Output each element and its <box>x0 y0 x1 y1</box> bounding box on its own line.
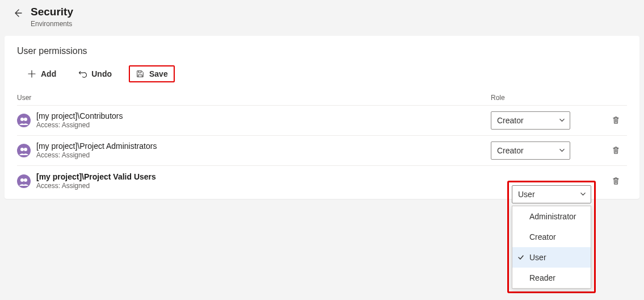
role-dropdown-open-highlight: User Administrator Creator User Reader <box>507 181 596 293</box>
delete-button[interactable] <box>604 177 627 185</box>
undo-button[interactable]: Undo <box>75 68 114 80</box>
role-dropdown[interactable]: Creator <box>491 111 570 130</box>
column-header-user: User <box>17 94 491 102</box>
page-title: Security <box>31 6 73 19</box>
column-header-role: Role <box>491 94 604 102</box>
svg-point-5 <box>24 148 27 151</box>
list-header: User Role <box>17 90 627 105</box>
chevron-down-icon <box>558 117 565 124</box>
svg-point-1 <box>20 118 24 121</box>
svg-point-3 <box>17 144 31 157</box>
role-value: User <box>518 190 535 199</box>
trash-icon <box>612 177 620 185</box>
chevron-down-icon <box>579 191 586 198</box>
role-value: Creator <box>497 146 524 155</box>
permissions-panel: User permissions Add Undo Save <box>5 36 639 199</box>
chevron-down-icon <box>558 147 565 154</box>
row-access: Access: Assigned <box>36 151 491 159</box>
page-header: Security Environments <box>0 0 644 32</box>
role-option-administrator[interactable]: Administrator <box>512 206 591 227</box>
undo-icon <box>78 69 87 78</box>
back-button[interactable] <box>12 8 23 18</box>
row-name: [my project]\Project Valid Users <box>36 172 491 181</box>
add-button[interactable]: Add <box>25 68 58 80</box>
arrow-left-icon <box>13 9 22 18</box>
svg-point-0 <box>17 114 31 127</box>
delete-button[interactable] <box>604 146 627 155</box>
undo-label: Undo <box>91 69 112 78</box>
role-dropdown[interactable]: User <box>512 185 591 203</box>
table-row: [my project]\Contributors Access: Assign… <box>17 105 627 135</box>
row-access: Access: Assigned <box>36 182 491 190</box>
svg-point-2 <box>24 118 27 121</box>
save-button[interactable]: Save <box>129 65 175 82</box>
svg-point-8 <box>24 178 27 182</box>
save-label: Save <box>149 69 168 78</box>
table-row: [my project]\Project Administrators Acce… <box>17 135 627 165</box>
add-label: Add <box>41 69 56 78</box>
svg-point-7 <box>20 178 24 182</box>
svg-point-6 <box>17 174 31 188</box>
plus-icon <box>27 69 36 78</box>
group-avatar <box>17 144 31 157</box>
page-subtitle: Environments <box>31 20 73 28</box>
role-dropdown-menu: Administrator Creator User Reader <box>512 206 591 289</box>
svg-point-4 <box>20 148 24 151</box>
role-option-user[interactable]: User <box>512 247 591 268</box>
delete-button[interactable] <box>604 116 627 124</box>
group-avatar <box>17 114 31 127</box>
row-name: [my project]\Contributors <box>36 111 491 120</box>
trash-icon <box>612 146 620 155</box>
role-dropdown[interactable]: Creator <box>491 141 570 160</box>
group-avatar <box>17 174 31 188</box>
save-icon <box>136 69 145 78</box>
role-option-reader[interactable]: Reader <box>512 268 591 288</box>
check-icon <box>517 253 525 261</box>
row-access: Access: Assigned <box>36 121 491 129</box>
toolbar: Add Undo Save <box>17 65 627 82</box>
row-name: [my project]\Project Administrators <box>36 141 491 151</box>
panel-title: User permissions <box>17 46 627 56</box>
role-option-creator[interactable]: Creator <box>512 227 591 247</box>
role-value: Creator <box>497 116 524 125</box>
trash-icon <box>612 116 620 124</box>
